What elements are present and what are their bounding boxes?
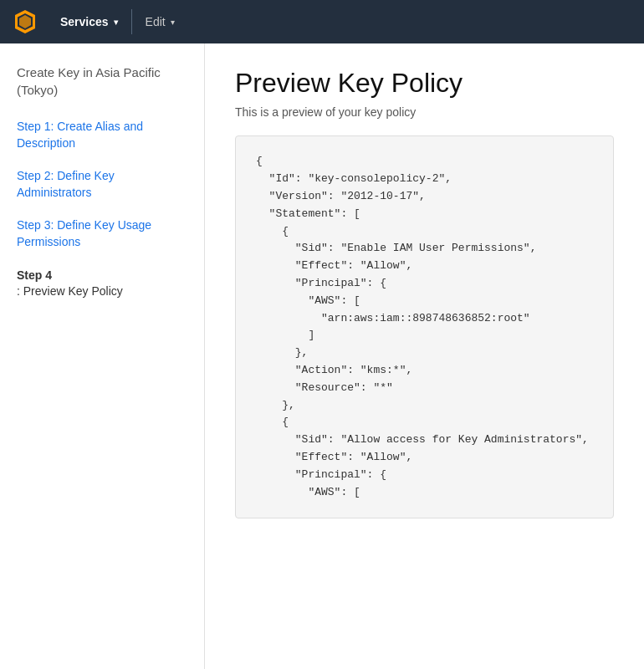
policy-line: "Version": "2012-10-17", [256,188,593,206]
sidebar-step-1: Step 1: Create Alias and Description [17,119,187,151]
top-nav: Services ▾ Edit ▾ [0,0,644,43]
policy-line: "Action": "kms:*", [256,362,593,380]
policy-line: "Sid": "Enable IAM User Permissions", [256,240,593,258]
policy-line: "Statement": [ [256,206,593,223]
services-chevron-icon: ▾ [114,18,118,27]
sidebar-title: Create Key in Asia Pacific (Tokyo) [17,64,187,99]
policy-line: "Principal": { [256,467,593,484]
step1-link[interactable]: Step 1: Create Alias and Description [17,119,187,151]
policy-line: "Effect": "Allow", [256,449,593,467]
step2-link[interactable]: Step 2: Define Key Administrators [17,168,187,201]
edit-label: Edit [146,15,166,28]
policy-line: "Principal": { [256,275,593,293]
policy-line: "AWS": [ [256,484,593,502]
policy-line: "Id": "key-consolepolicy-2", [256,171,593,188]
edit-nav-item[interactable]: Edit ▾ [135,0,185,43]
sidebar-step-2: Step 2: Define Key Administrators [17,168,187,201]
step4-detail: : Preview Key Policy [17,283,187,300]
policy-line: "Sid": "Allow access for Key Administrat… [256,432,593,449]
page-title: Preview Key Policy [235,67,614,99]
policy-preview: { "Id": "key-consolepolicy-2", "Version"… [235,135,614,518]
services-label: Services [60,15,109,28]
policy-line: "AWS": [ [256,293,593,310]
policy-line: "Resource": "*" [256,380,593,397]
sidebar-step-3: Step 3: Define Key Usage Permissions [17,217,187,250]
policy-line: }, [256,397,593,415]
sidebar-steps: Step 1: Create Alias and Description Ste… [17,119,187,300]
main-layout: Create Key in Asia Pacific (Tokyo) Step … [0,43,644,669]
main-content: Preview Key Policy This is a preview of … [205,43,644,669]
sidebar: Create Key in Asia Pacific (Tokyo) Step … [0,43,205,669]
sidebar-step-4: Step 4: Preview Key Policy [17,268,187,300]
edit-chevron-icon: ▾ [171,18,175,27]
policy-line: { [256,223,593,241]
policy-line: { [256,153,593,171]
policy-line: "arn:aws:iam::898748636852:root" [256,310,593,328]
aws-logo [10,7,40,37]
policy-line: ] [256,327,593,345]
services-nav-item[interactable]: Services ▾ [50,0,128,43]
step3-link[interactable]: Step 3: Define Key Usage Permissions [17,217,187,250]
nav-divider [131,9,132,34]
policy-line: }, [256,345,593,362]
page-subtitle: This is a preview of your key policy [235,105,614,119]
policy-line: { [256,414,593,432]
policy-line: "Effect": "Allow", [256,258,593,275]
step4-label: Step 4 [17,268,187,284]
